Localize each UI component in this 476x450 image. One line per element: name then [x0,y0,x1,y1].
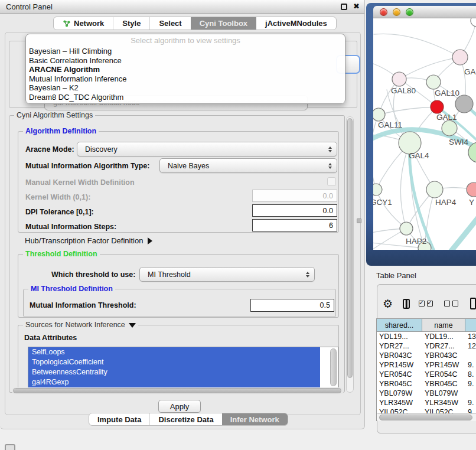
manual-kernel-checkbox[interactable] [327,177,336,186]
network-window-titlebar[interactable] [373,6,476,18]
manual-kernel-label: Manual Kernel Width Definition [25,178,135,187]
network-node[interactable] [455,95,473,113]
mi-threshold-label: Mutual Information Threshold: [30,301,136,309]
algorithm-option[interactable]: Bayesian – K2 [26,83,345,93]
tab-style[interactable]: Style [113,17,149,30]
algorithm-option[interactable]: Basic Correlation Inference [26,56,345,66]
table-row[interactable]: YPR145WYPR145W9. [377,360,476,370]
network-node[interactable] [426,75,441,89]
table-hscrollbar[interactable] [377,413,476,421]
dpi-tolerance-field[interactable]: 0.0 [252,204,337,217]
column-header[interactable]: A [465,319,476,331]
settings-vscrollbar[interactable] [346,116,354,393]
tab-discretize-data[interactable]: Discretize Data [149,413,221,425]
document-icon[interactable] [470,298,476,309]
network-edge[interactable] [379,107,437,115]
mi-type-value: Naive Bayes [168,162,209,170]
network-node[interactable] [400,222,413,235]
attribute-item[interactable]: TopologicalCoefficient [28,357,320,367]
network-canvas[interactable]: GALGAL80GAL10GAL1GAL11SWI4GAL4GCY1HAP4YH… [373,18,476,250]
table-body: YDL19...YDL19...13YDR27...YDR27...12YBR0… [377,332,476,417]
algorithm-option[interactable]: Dream8 DC_TDC Algorithm [26,93,345,102]
hub-definition-toggle[interactable]: Hub/Transcription Factor Definition [25,236,152,245]
network-edge[interactable] [440,217,476,250]
network-node[interactable] [452,50,468,65]
tab-network[interactable]: Network [54,17,113,30]
sources-group-title[interactable]: Sources for Network Inference [23,321,138,329]
node-label: GAL11 [378,120,402,129]
screen: Control Panel ✖ NetworkStyleSelectCyni T… [0,0,476,450]
tab-infer-network[interactable]: Infer Network [222,413,288,425]
mi-threshold-field[interactable]: 0.5 [250,299,334,312]
table-row[interactable]: YDL19...YDL19...13 [377,332,476,341]
control-panel-tabbar: NetworkStyleSelectCyni ToolboxjActiveMNo… [53,17,337,30]
vscroll-thumb[interactable] [347,118,353,378]
algorithm-option[interactable]: Mutual Information Inference [26,74,345,84]
column-header[interactable]: shared... [377,319,422,331]
network-node[interactable] [392,72,406,86]
network-node[interactable] [426,181,443,198]
table-row[interactable]: YBR043CYBR043C [377,351,476,360]
close-traffic-light-icon[interactable] [380,8,387,16]
collapsed-panel-icon[interactable] [5,444,15,450]
table-cell: 8. [465,370,476,379]
node-label: HAP4 [435,198,457,207]
mi-type-combo[interactable]: Naive Bayes [159,158,337,173]
column-header[interactable]: name [422,319,465,331]
network-node[interactable] [442,120,457,136]
tab-cyni-toolbox[interactable]: Cyni Toolbox [191,17,256,30]
algorithm-option[interactable]: Bayesian – Hill Climbing [26,47,345,56]
hscroll-thumb[interactable] [13,388,341,393]
network-node[interactable] [471,18,476,27]
network-graph[interactable]: GALGAL80GAL10GAL1GAL11SWI4GAL4GCY1HAP4YH… [373,18,476,250]
aracne-mode-combo[interactable]: Discovery [77,142,337,156]
table-row[interactable]: YBR045CYBR045C9. [377,379,476,389]
table-panel-title: Table Panel [376,271,416,280]
attribute-item[interactable]: gal4RGexp [28,377,320,387]
data-attributes-label: Data Attributes [24,334,77,342]
node-label: Y [469,198,474,207]
tab-label: Style [122,19,141,28]
attribute-item[interactable]: BetweennessCentrality [28,367,320,377]
table-cell: YDR27... [377,341,422,351]
network-node[interactable] [467,182,476,197]
table-cell: YLR345W [422,398,465,407]
algorithm-option[interactable]: ARACNE Algorithm [26,65,345,74]
apply-button[interactable]: Apply [158,400,201,413]
table-cell: YBR045C [422,379,465,389]
tab-jactivemnodules[interactable]: jActiveMNodules [256,17,336,30]
table-row[interactable]: YLR345WYLR345W9. [377,398,476,407]
unchecked-columns-icon[interactable] [444,301,461,306]
zoom-traffic-light-icon[interactable] [406,8,413,16]
which-threshold-combo[interactable]: MI Threshold [139,267,315,282]
table-cell: YER054C [377,370,422,379]
float-window-icon[interactable] [341,4,347,10]
node-table[interactable]: shared...nameA YDL19...YDL19...13YDR27..… [376,318,476,421]
tab-select[interactable]: Select [149,17,190,30]
algorithm-definition-group: Algorithm Definition Aracne Mode: Discov… [18,131,339,233]
split-view-icon[interactable] [403,299,410,309]
table-row[interactable]: YBL079WYBL079W [377,389,476,398]
settings-hscrollbar[interactable] [12,387,344,394]
table-row[interactable]: YDR27...YDR27...12 [377,341,476,351]
table-hscroll-thumb[interactable] [379,415,472,420]
network-edge[interactable] [374,34,460,57]
panel-splitter-handle[interactable] [357,219,361,223]
tab-impute-data[interactable]: Impute Data [89,413,149,425]
attribute-item[interactable]: SelfLoops [28,347,320,357]
network-node[interactable] [373,108,385,121]
table-cell: YLR345W [377,398,422,407]
table-cell: YBR045C [377,379,422,389]
list-scrollbar[interactable] [330,348,337,386]
mi-steps-field[interactable]: 6 [252,219,337,231]
gear-icon[interactable]: ⚙ [383,298,393,309]
table-cell: YBL079W [422,389,465,398]
network-node[interactable] [373,184,382,195]
table-row[interactable]: YER054CYER054C8. [377,370,476,379]
minimize-traffic-light-icon[interactable] [393,8,400,16]
network-node[interactable] [431,100,444,113]
data-attributes-list[interactable]: SelfLoopsTopologicalCoefficientBetweenne… [28,347,338,389]
close-icon[interactable]: ✖ [353,2,360,11]
checked-columns-icon[interactable] [419,301,435,306]
which-threshold-value: MI Threshold [148,270,191,279]
